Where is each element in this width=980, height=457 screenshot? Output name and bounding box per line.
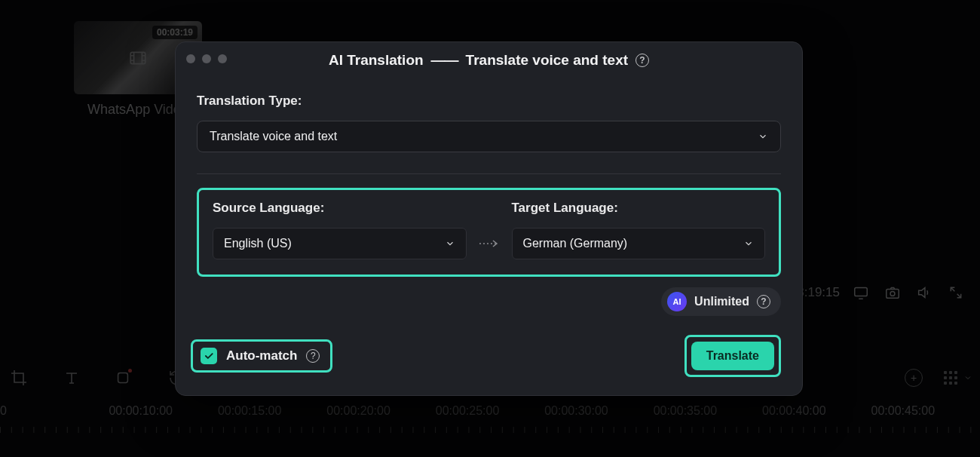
translation-type-value: Translate voice and text	[210, 130, 337, 143]
window-minimize-dot[interactable]	[202, 54, 211, 63]
target-language-select[interactable]: German (Germany)	[512, 228, 766, 259]
auto-match-option[interactable]: Auto-match ?	[191, 339, 332, 373]
language-selection-group: Source Language: Target Language: Englis…	[197, 188, 781, 277]
translation-type-label: Translation Type:	[197, 94, 781, 109]
dialog-titlebar: AI Translation —— Translate voice and te…	[176, 42, 802, 78]
source-language-value: English (US)	[224, 237, 292, 250]
divider	[197, 173, 781, 174]
unlimited-label: Unlimited	[694, 295, 749, 308]
window-controls[interactable]	[186, 54, 227, 63]
translate-button[interactable]: Translate	[691, 342, 774, 370]
source-language-label: Source Language:	[213, 201, 467, 216]
translation-type-select[interactable]: Translate voice and text	[197, 121, 781, 152]
title-dash: ——	[431, 52, 458, 69]
chevron-down-icon	[445, 238, 455, 249]
help-icon[interactable]: ?	[757, 295, 770, 308]
source-language-select[interactable]: English (US)	[213, 228, 467, 259]
target-language-label: Target Language:	[512, 201, 766, 216]
auto-match-checkbox[interactable]	[201, 348, 217, 364]
ai-icon: AI	[667, 292, 687, 311]
dialog-title-a: AI Translation	[329, 52, 424, 69]
window-close-dot[interactable]	[186, 54, 195, 63]
dialog-title-b: Translate voice and text	[466, 52, 628, 69]
translate-button-highlight: Translate	[684, 335, 781, 377]
auto-match-label: Auto-match	[226, 348, 297, 363]
ai-translation-dialog: AI Translation —— Translate voice and te…	[175, 41, 803, 396]
arrow-right-icon	[474, 239, 504, 248]
help-icon[interactable]: ?	[635, 54, 649, 67]
chevron-down-icon	[758, 131, 768, 142]
chevron-down-icon	[743, 238, 754, 249]
window-zoom-dot[interactable]	[218, 54, 227, 63]
dialog-title: AI Translation —— Translate voice and te…	[329, 52, 649, 69]
help-icon[interactable]: ?	[306, 349, 320, 363]
unlimited-badge[interactable]: AI Unlimited ?	[661, 287, 781, 316]
target-language-value: German (Germany)	[523, 237, 628, 250]
